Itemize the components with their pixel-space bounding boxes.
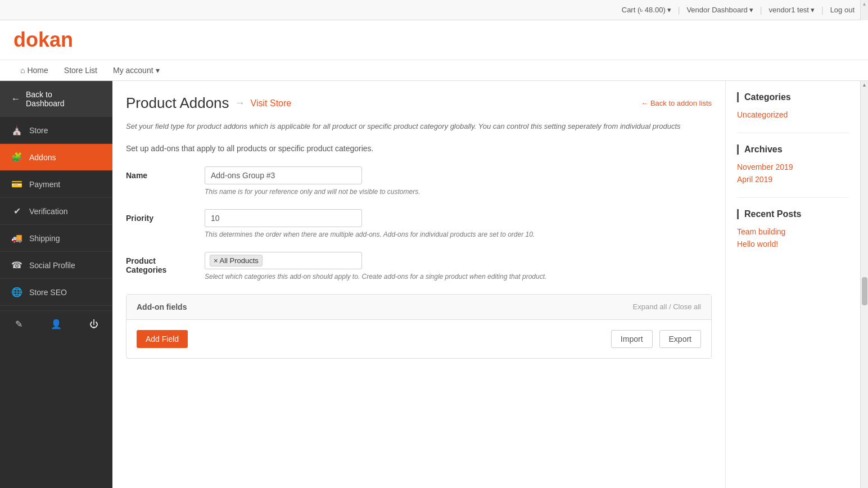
form-name-group: Name This name is for your reference onl… (126, 166, 712, 196)
categories-tag-input[interactable]: × All Products (205, 252, 362, 269)
archives-widget: Archives November 2019 April 2019 (737, 144, 849, 184)
logo: dokan (13, 28, 855, 52)
sidebar-item-store-seo[interactable]: 🌐 Store SEO (0, 279, 112, 306)
november-2019-label: November 2019 (737, 162, 793, 171)
addons-icon: 🧩 (11, 152, 22, 162)
addon-expand-links: Expand all / Close all (633, 302, 701, 311)
sidebar-item-store[interactable]: ⛪ Store (0, 117, 112, 144)
name-input[interactable] (205, 166, 362, 184)
sidebar-item-payment[interactable]: 💳 Payment (0, 171, 112, 198)
widget-divider-1 (737, 133, 849, 133)
categories-hint: Select which categories this add-on shou… (205, 273, 712, 281)
top-bar: Cart (৳ 48.00) ▾ | Vendor Dashboard ▾ | … (0, 0, 868, 20)
page-subtext: Set up add-ons that apply to all product… (126, 144, 712, 153)
page-title: Product Addons (126, 94, 229, 112)
recent-posts-widget-title: Recent Posts (737, 209, 849, 219)
sidebar-store-seo-label: Store SEO (29, 288, 67, 297)
archives-widget-title: Archives (737, 144, 849, 155)
november-2019-link[interactable]: November 2019 (737, 162, 849, 171)
sidebar-user-icon[interactable]: 👤 (38, 311, 75, 337)
team-building-label: Team building (737, 227, 785, 236)
name-label: Name (126, 166, 193, 180)
user-label: vendor1 test (768, 6, 809, 14)
sidebar-item-social-profile[interactable]: ☎ Social Profile (0, 252, 112, 279)
divider-2: | (760, 6, 762, 15)
sidebar-item-back-to-dashboard[interactable]: ← Back toDashboard (0, 81, 112, 117)
form-priority-group: Priority This determines the order when … (126, 209, 712, 238)
sidebar-edit-icon[interactable]: ✎ (0, 311, 38, 337)
all-products-tag-label: × All Products (214, 256, 259, 265)
cart-button[interactable]: Cart (৳ 48.00) ▾ (617, 3, 676, 17)
addon-fields-header: Add-on fields Expand all / Close all (126, 295, 711, 320)
sidebar-store-label: Store (29, 126, 48, 135)
verification-icon: ✔ (11, 206, 22, 216)
nav-store-list-label: Store List (64, 66, 97, 75)
recent-posts-widget: Recent Posts Team building Hello world! (737, 209, 849, 248)
add-field-button[interactable]: Add Field (137, 330, 188, 348)
sidebar-power-icon[interactable]: ⏻ (75, 311, 112, 337)
payment-icon: 💳 (11, 179, 22, 189)
import-label: Import (621, 335, 643, 344)
nav-store-list[interactable]: Store List (57, 60, 104, 80)
addon-fields-section: Add-on fields Expand all / Close all Add… (126, 294, 712, 359)
store-seo-icon: 🌐 (11, 287, 22, 297)
sidebar: ← Back toDashboard ⛪ Store 🧩 Addons 💳 Pa… (0, 81, 112, 488)
priority-input[interactable] (205, 209, 362, 227)
right-sidebar: Categories Uncategorized Archives Novemb… (725, 81, 860, 488)
scroll-up-icon[interactable]: ▲ (862, 1, 867, 7)
logo-rest: okan (26, 28, 73, 51)
page-header: Product Addons → Visit Store ← Back to a… (126, 94, 712, 112)
april-2019-link[interactable]: April 2019 (737, 175, 849, 184)
nav: ⌂ Home Store List My account ▾ (0, 60, 868, 81)
back-to-addon-lists-label: ← Back to addon lists (641, 99, 712, 107)
cart-dropdown-icon: ▾ (667, 6, 671, 14)
import-button[interactable]: Import (611, 330, 653, 348)
categories-widget-title: Categories (737, 92, 849, 102)
all-products-tag[interactable]: × All Products (210, 255, 263, 266)
main-layout: ← Back toDashboard ⛪ Store 🧩 Addons 💳 Pa… (0, 81, 868, 488)
categories-widget: Categories Uncategorized (737, 92, 849, 119)
nav-home-label: Home (27, 66, 48, 75)
visit-store-link[interactable]: Visit Store (251, 98, 292, 109)
back-arrow-icon: ← (11, 94, 20, 104)
logout-button[interactable]: Log out (826, 3, 859, 16)
vendor-dashboard-button[interactable]: Vendor Dashboard ▾ (682, 3, 757, 16)
uncategorized-link[interactable]: Uncategorized (737, 110, 849, 119)
team-building-link[interactable]: Team building (737, 227, 849, 236)
sidebar-verification-label: Verification (29, 207, 67, 216)
expand-all-link[interactable]: Expand all (633, 302, 667, 311)
scrollbar-thumb[interactable] (862, 277, 867, 305)
logout-label: Log out (830, 6, 855, 14)
vendor-dashboard-label: Vendor Dashboard (686, 6, 747, 14)
shipping-icon: 🚚 (11, 233, 22, 243)
hello-world-label: Hello world! (737, 240, 778, 248)
sidebar-item-verification[interactable]: ✔ Verification (0, 198, 112, 225)
sidebar-shipping-label: Shipping (29, 234, 60, 243)
visit-store-label: Visit Store (251, 98, 292, 108)
sidebar-item-addons[interactable]: 🧩 Addons (0, 144, 112, 171)
nav-my-account[interactable]: My account ▾ (106, 60, 166, 80)
name-hint: This name is for your reference only and… (205, 188, 712, 196)
nav-home[interactable]: ⌂ Home (13, 60, 55, 80)
home-icon: ⌂ (20, 66, 25, 75)
priority-label: Priority (126, 209, 193, 223)
my-account-dropdown-icon: ▾ (156, 66, 160, 75)
sidebar-back-label: Back toDashboard (26, 90, 65, 108)
divider-1: | (678, 6, 680, 15)
scrollbar-up-arrow[interactable]: ▲ (862, 82, 867, 88)
divider-3: | (821, 6, 824, 15)
user-dropdown-icon: ▾ (811, 6, 815, 14)
sidebar-item-shipping[interactable]: 🚚 Shipping (0, 225, 112, 252)
main-content: Product Addons → Visit Store ← Back to a… (112, 81, 725, 488)
priority-field: This determines the order when there are… (205, 209, 712, 238)
user-button[interactable]: vendor1 test ▾ (764, 3, 819, 16)
logo-d: d (13, 28, 26, 51)
uncategorized-label: Uncategorized (737, 110, 788, 119)
hello-world-link[interactable]: Hello world! (737, 240, 849, 248)
back-to-addon-lists-link[interactable]: ← Back to addon lists (641, 99, 712, 107)
widget-divider-2 (737, 197, 849, 198)
april-2019-label: April 2019 (737, 175, 772, 184)
close-all-link[interactable]: Close all (673, 302, 701, 311)
export-button[interactable]: Export (659, 330, 701, 348)
priority-hint: This determines the order when there are… (205, 231, 712, 238)
